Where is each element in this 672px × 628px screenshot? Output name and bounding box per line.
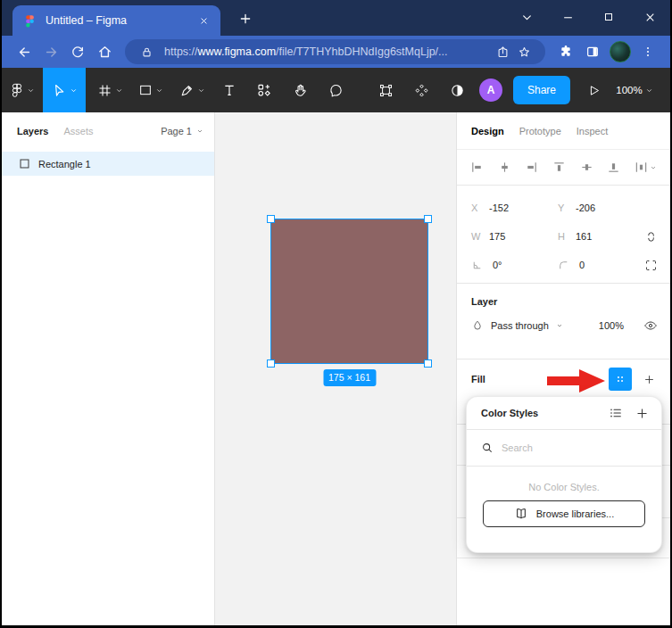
width-field[interactable]: W 175 [471, 231, 558, 242]
selection-handle-bottom-left[interactable] [267, 359, 275, 368]
blend-mode-value[interactable]: Pass through [491, 320, 549, 331]
add-style-button[interactable] [635, 407, 649, 420]
text-tool-button[interactable] [212, 68, 246, 112]
height-field[interactable]: H 161 [558, 231, 644, 242]
url-scheme: https:// [164, 45, 198, 58]
user-avatar[interactable]: A [479, 78, 502, 102]
layer-opacity-value[interactable]: 100% [599, 320, 624, 331]
browser-profile-avatar[interactable] [610, 41, 631, 62]
fill-section-title: Fill [471, 368, 485, 384]
figma-logo-icon [10, 83, 24, 97]
mask-icon [450, 83, 465, 98]
chevron-down-icon [197, 87, 205, 95]
align-bottom-icon[interactable] [607, 161, 620, 174]
align-vertical-center-icon[interactable] [580, 161, 593, 174]
pen-tool-button[interactable] [171, 68, 212, 112]
browser-menu-icon[interactable] [635, 45, 661, 58]
color-styles-popup: Color Styles No Color Styles. Browse lib… [466, 396, 662, 553]
red-annotation-arrow [547, 368, 606, 393]
bookmark-star-icon[interactable] [513, 45, 535, 59]
present-button[interactable] [577, 68, 610, 112]
resources-tool-button[interactable] [246, 68, 282, 112]
extensions-puzzle-icon[interactable] [552, 45, 579, 59]
shape-tool-button[interactable] [130, 68, 171, 112]
x-value: -152 [489, 202, 509, 213]
back-icon[interactable] [11, 39, 37, 64]
reload-icon[interactable] [64, 39, 91, 64]
tab-layers[interactable]: Layers [17, 126, 48, 136]
minimize-button[interactable] [547, 0, 588, 34]
width-value: 175 [489, 231, 505, 242]
design-panel-tabs: Design Prototype Inspect [457, 112, 670, 150]
layer-row-rectangle-1[interactable]: Rectangle 1 [2, 152, 214, 176]
share-button[interactable]: Share [513, 76, 570, 104]
selection-size-badge: 175 × 161 [323, 369, 376, 386]
selection-handle-bottom-right[interactable] [424, 359, 432, 368]
side-panel-icon[interactable] [579, 45, 606, 59]
close-window-button[interactable] [629, 0, 670, 34]
blend-mode-row: Pass through 100% [471, 318, 658, 333]
align-right-icon[interactable] [525, 161, 538, 174]
transform-row: 0° 0 [471, 251, 658, 279]
edit-object-button[interactable] [368, 68, 403, 112]
comment-bubble-icon [328, 83, 344, 98]
constrain-proportions-icon[interactable] [644, 230, 658, 244]
create-component-button[interactable] [403, 68, 439, 112]
move-tool-button-selected[interactable] [43, 68, 86, 112]
maximize-button[interactable] [588, 0, 629, 34]
hand-tool-button[interactable] [282, 68, 318, 112]
tab-design[interactable]: Design [471, 126, 504, 136]
forward-icon[interactable] [37, 39, 64, 64]
selected-rectangle[interactable]: 175 × 161 [270, 219, 428, 364]
canvas[interactable]: 175 × 161 [215, 112, 456, 625]
distribute-menu[interactable] [635, 161, 657, 174]
list-view-icon[interactable] [609, 406, 623, 420]
visibility-eye-icon[interactable] [643, 318, 658, 333]
height-label: H [558, 231, 567, 242]
corner-radius-field[interactable]: 0 [558, 260, 644, 271]
layers-panel-header: Layers Assets Page 1 [2, 112, 214, 149]
browse-libraries-button[interactable]: Browse libraries... [483, 500, 645, 527]
distribute-icon [635, 161, 648, 174]
y-field[interactable]: Y -206 [558, 202, 644, 213]
add-fill-button[interactable] [640, 368, 658, 391]
use-as-mask-button[interactable] [439, 68, 475, 112]
fill-styles-button[interactable] [609, 368, 632, 391]
frame-tool-button[interactable] [89, 68, 130, 112]
rotation-field[interactable]: 0° [471, 260, 558, 271]
align-left-icon[interactable] [470, 161, 484, 174]
page-selector-label: Page 1 [161, 126, 192, 136]
corner-radius-icon [558, 260, 570, 271]
rectangle-layer-icon [19, 158, 30, 169]
layer-section: Layer Pass through 100% [457, 284, 670, 359]
share-label: Share [527, 84, 556, 96]
x-field[interactable]: X -152 [471, 202, 558, 213]
align-top-icon[interactable] [552, 161, 566, 174]
figma-toolbar: A Share 100% [2, 68, 670, 112]
tab-assets[interactable]: Assets [63, 126, 93, 136]
resources-shapes-icon [256, 82, 272, 98]
style-search-input[interactable] [502, 442, 647, 453]
tab-inspect[interactable]: Inspect [577, 126, 608, 136]
tab-title: Untitled – Figma [46, 14, 195, 27]
independent-corners-icon[interactable] [644, 259, 658, 272]
comment-tool-button[interactable] [318, 68, 353, 112]
tab-close-icon[interactable] [195, 12, 212, 29]
share-page-icon[interactable] [492, 45, 513, 59]
styles-grid-icon [614, 373, 626, 385]
align-horizontal-center-icon[interactable] [498, 161, 511, 174]
tab-search-chevron-icon[interactable] [506, 0, 547, 34]
selection-handle-top-left[interactable] [267, 215, 275, 223]
new-tab-button[interactable] [233, 6, 258, 31]
home-icon[interactable] [91, 39, 118, 64]
zoom-menu[interactable]: 100% [610, 68, 660, 112]
tab-prototype[interactable]: Prototype [519, 126, 561, 136]
url-bar[interactable]: https://www.figma.com/file/T7THYhbDHNdIg… [125, 39, 545, 64]
size-row: W 175 H 161 [471, 222, 658, 251]
blend-mode-droplet-icon [471, 319, 484, 332]
main-menu-button[interactable] [2, 68, 43, 112]
browser-tab[interactable]: Untitled – Figma [12, 5, 220, 36]
selection-handle-top-right[interactable] [424, 215, 432, 223]
page-selector[interactable]: Page 1 [161, 126, 203, 136]
no-color-styles-message: No Color Styles. [467, 467, 661, 492]
